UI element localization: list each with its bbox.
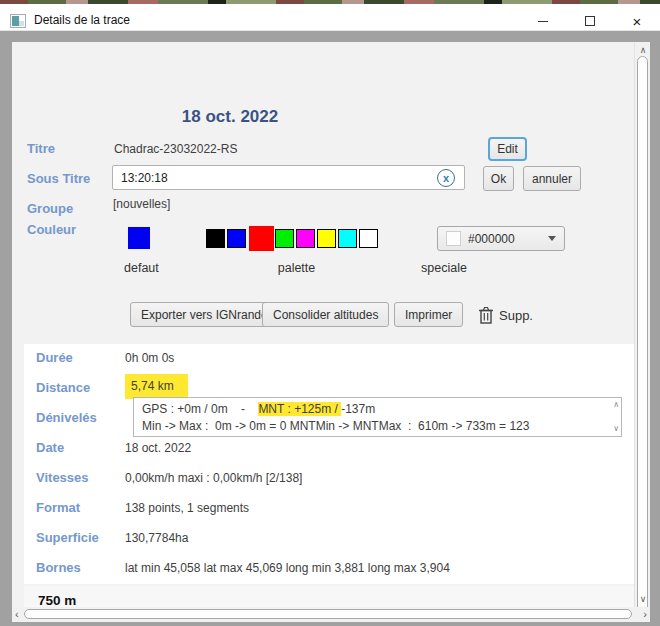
deniveles-mnt-highlight: MNT : +125m / bbox=[258, 402, 341, 416]
chevron-down-icon bbox=[548, 236, 556, 241]
scrollbar-down-icon[interactable]: ∨ bbox=[635, 594, 651, 604]
scroll-up-icon[interactable]: ∧ bbox=[613, 401, 619, 409]
vertical-scrollbar-thumb[interactable] bbox=[637, 56, 648, 614]
maximize-icon bbox=[585, 16, 595, 26]
palette-swatch-2[interactable] bbox=[249, 226, 274, 251]
groupe-label: Groupe bbox=[27, 201, 73, 216]
sous-titre-label: Sous Titre bbox=[27, 171, 90, 186]
palette-swatch-3[interactable] bbox=[275, 229, 294, 248]
superficie-label: Superficie bbox=[36, 530, 99, 545]
duree-value: 0h 0m 0s bbox=[125, 351, 174, 365]
distance-value-wrap: 5,74 km bbox=[125, 374, 188, 399]
titre-label: Titre bbox=[27, 141, 55, 156]
scroll-down-icon[interactable]: ∨ bbox=[613, 425, 619, 433]
special-color-dropdown[interactable]: #000000 bbox=[437, 226, 565, 251]
titre-value: Chadrac-23032022-RS bbox=[114, 142, 237, 156]
print-button[interactable]: Imprimer bbox=[394, 302, 463, 327]
speciale-caption: speciale bbox=[421, 261, 467, 275]
consolidate-altitudes-button[interactable]: Consolider altitudes bbox=[262, 302, 389, 327]
bornes-value: lat min 45,058 lat max 45,069 long min 3… bbox=[125, 561, 450, 575]
app-icon bbox=[10, 14, 26, 28]
trash-icon[interactable] bbox=[478, 306, 494, 324]
ok-button[interactable]: Ok bbox=[483, 166, 514, 191]
window-title: Details de la trace bbox=[34, 13, 130, 27]
special-color-value: #000000 bbox=[468, 232, 548, 246]
delete-label: Supp. bbox=[499, 308, 533, 323]
deniveles-mnt-neg: -137m bbox=[341, 402, 375, 416]
palette-swatch-1[interactable] bbox=[227, 229, 246, 248]
scrollbar-up-icon[interactable]: ∧ bbox=[635, 45, 651, 55]
color-palette bbox=[206, 224, 380, 252]
bornes-label: Bornes bbox=[36, 560, 81, 575]
deniveles-gps: GPS : +0m / 0m - bbox=[142, 402, 258, 416]
deniveles-line1: GPS : +0m / 0m - MNT : +125m / -137m bbox=[142, 401, 605, 418]
horizontal-scrollbar-thumb[interactable] bbox=[24, 609, 632, 619]
palette-swatch-4[interactable] bbox=[296, 229, 315, 248]
track-date-heading: 18 oct. 2022 bbox=[100, 107, 360, 127]
sous-titre-input[interactable]: 13:20:18 bbox=[112, 165, 465, 190]
couleur-label: Couleur bbox=[27, 222, 76, 237]
vitesses-value: 0,00km/h maxi : 0,00km/h [2/138] bbox=[125, 471, 302, 485]
distance-value: 5,74 km bbox=[125, 374, 188, 399]
maximize-button[interactable] bbox=[568, 8, 612, 34]
close-button[interactable]: × bbox=[615, 8, 659, 34]
default-color-swatch[interactable] bbox=[128, 227, 150, 249]
palette-swatch-7[interactable] bbox=[359, 229, 378, 248]
vitesses-label: Vitesses bbox=[36, 470, 89, 485]
export-ignrando-button[interactable]: Exporter vers IGNrando' bbox=[130, 302, 281, 327]
palette-swatch-0[interactable] bbox=[206, 229, 225, 248]
special-color-swatch bbox=[446, 231, 461, 246]
track-details-panel: Durée 0h 0m 0s Distance 5,74 km Dénivelé… bbox=[24, 344, 634, 584]
vertical-scrollbar[interactable]: ∧ ∨ bbox=[634, 42, 650, 607]
edit-button[interactable]: Edit bbox=[488, 137, 527, 161]
cancel-button[interactable]: annuler bbox=[523, 166, 581, 191]
palette-swatch-5[interactable] bbox=[317, 229, 336, 248]
elevation-chart-strip: 750 m bbox=[24, 586, 634, 607]
deniveles-label: Dénivelés bbox=[36, 410, 97, 425]
scrollbar-left-icon[interactable]: ‹ bbox=[15, 608, 19, 620]
superficie-value: 130,7784ha bbox=[125, 531, 188, 545]
clear-input-icon[interactable]: x bbox=[437, 169, 455, 187]
distance-label: Distance bbox=[36, 380, 90, 395]
horizontal-scrollbar[interactable]: ‹ › bbox=[12, 607, 650, 622]
duree-label: Durée bbox=[36, 350, 73, 365]
date-label: Date bbox=[36, 440, 64, 455]
palette-swatch-6[interactable] bbox=[338, 229, 357, 248]
format-value: 138 points, 1 segments bbox=[125, 501, 249, 515]
close-icon: × bbox=[633, 14, 642, 29]
scrollbar-right-icon[interactable]: › bbox=[643, 608, 647, 620]
format-label: Format bbox=[36, 500, 80, 515]
titlebar: Details de la trace × bbox=[0, 4, 660, 31]
date-value: 18 oct. 2022 bbox=[125, 441, 191, 455]
deniveles-box[interactable]: GPS : +0m / 0m - MNT : +125m / -137m Min… bbox=[133, 397, 622, 437]
deniveles-line2: Min -> Max : 0m -> 0m = 0 MNTMin -> MNTM… bbox=[142, 418, 605, 435]
minimize-button[interactable] bbox=[521, 8, 565, 34]
minimize-icon bbox=[538, 21, 548, 22]
groupe-value: [nouvelles] bbox=[113, 197, 170, 211]
palette-caption: palette bbox=[206, 261, 387, 275]
elevation-label: 750 m bbox=[38, 593, 76, 607]
defaut-caption: defaut bbox=[124, 261, 159, 275]
